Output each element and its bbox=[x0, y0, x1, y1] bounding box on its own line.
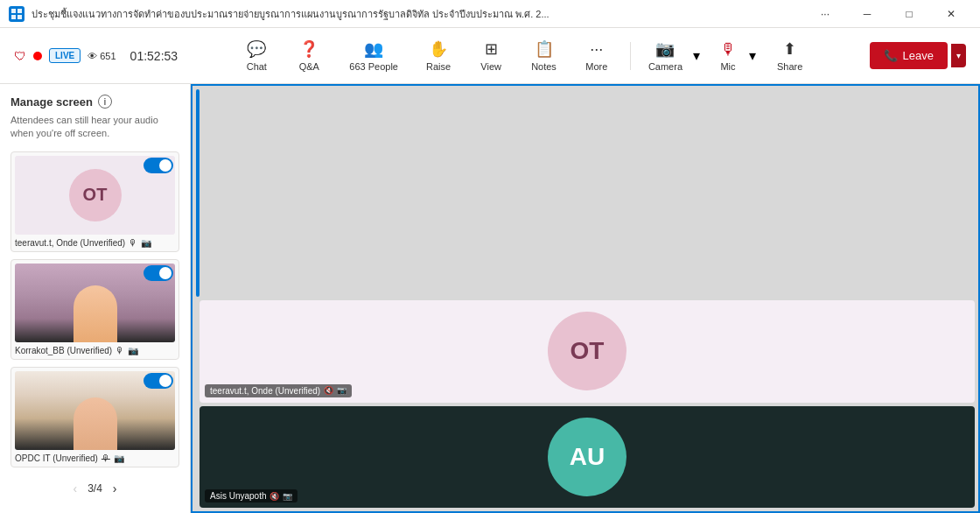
mic-icon-1: 🎙 bbox=[129, 238, 137, 248]
viewer-count: 👁 651 bbox=[88, 51, 116, 61]
next-page-btn[interactable]: › bbox=[113, 481, 117, 495]
manage-screen-title: Manage screen i bbox=[10, 95, 179, 109]
toggle-1[interactable] bbox=[144, 158, 173, 173]
avatar-au-main: AU bbox=[548, 418, 626, 496]
cam-badge-asis: 📷 bbox=[283, 492, 292, 501]
mic-button[interactable]: 🎙 Mic bbox=[710, 35, 746, 77]
minimize-btn[interactable]: ─ bbox=[847, 0, 887, 28]
avatar-ot-1: OT bbox=[69, 169, 122, 221]
video-cell-asis: AU Asis Unyapoth 🔇 📷 bbox=[200, 406, 975, 509]
prev-page-btn[interactable]: ‹ bbox=[73, 481, 77, 495]
camera-arrow[interactable]: ▾ bbox=[690, 42, 704, 69]
more-icon: ··· bbox=[590, 40, 603, 59]
notes-button[interactable]: 📋 Notes bbox=[521, 34, 567, 77]
main-content: Manage screen i Attendees can still hear… bbox=[0, 84, 980, 513]
share-icon: ⬆ bbox=[783, 39, 796, 59]
toggle-knob-1 bbox=[159, 159, 172, 172]
toggle-2[interactable] bbox=[144, 265, 173, 281]
toggle-3[interactable] bbox=[144, 373, 173, 389]
eye-icon: 👁 bbox=[88, 51, 97, 61]
video-name-asis: Asis Unyapoth 🔇 📷 bbox=[205, 489, 298, 502]
mic-arrow[interactable]: ▾ bbox=[746, 42, 760, 69]
toggle-knob-3 bbox=[159, 375, 172, 387]
svg-rect-0 bbox=[11, 9, 16, 13]
toolbar: 🛡 LIVE 👁 651 01:52:53 💬 Chat ❓ Q&A 👥 663… bbox=[0, 28, 980, 84]
thumb-name-1: teeravut.t, Onde (Unverified) 🎙 📷 bbox=[15, 238, 175, 248]
more-button[interactable]: ··· More bbox=[574, 35, 620, 77]
mic-icon-2: 🎙 bbox=[116, 346, 124, 355]
share-button[interactable]: ⬆ Share bbox=[766, 34, 813, 77]
shield-icon: 🛡 bbox=[14, 49, 26, 63]
qa-button[interactable]: ❓ Q&A bbox=[286, 34, 332, 77]
more-options-btn[interactable]: ··· bbox=[805, 0, 845, 28]
phone-icon: 📞 bbox=[884, 49, 898, 62]
chat-button[interactable]: 💬 Chat bbox=[234, 34, 279, 77]
people-icon: 👥 bbox=[364, 39, 383, 59]
thumb-name-2: Korrakot_BB (Unverified) 🎙 📷 bbox=[15, 346, 175, 355]
timer: 01:52:53 bbox=[130, 49, 178, 63]
separator bbox=[630, 42, 631, 70]
video-cell-teeravut: OT teeravut.t, Onde (Unverified) 🔇 📷 bbox=[200, 300, 975, 403]
mic-muted-teeravut: 🔇 bbox=[324, 386, 333, 395]
thumb-name-3: OPDC IT (Unverified) 🎙 📷 bbox=[15, 453, 175, 463]
window-title: ประชุมชี้แจงแนวทางการจัดทำค่าของบประมาณร… bbox=[32, 6, 805, 22]
pagination: ‹ 3/4 › bbox=[10, 474, 179, 502]
camera-icon: 📷 bbox=[655, 39, 675, 59]
cam-icon-2: 📷 bbox=[128, 346, 138, 355]
participant-thumb-1: OT teeravut.t, Onde (Unverified) 🎙 📷 bbox=[10, 151, 179, 252]
video-row-bottom: Korrakot_BB (Unverified) 🔇 📷 OT teeravut… bbox=[196, 300, 975, 508]
people-button[interactable]: 👥 663 People bbox=[339, 34, 409, 77]
view-icon: ⊞ bbox=[485, 39, 498, 59]
leave-arrow-button[interactable]: ▾ bbox=[951, 44, 966, 67]
right-column: OT teeravut.t, Onde (Unverified) 🔇 📷 AU … bbox=[200, 300, 975, 508]
mic-muted-icon-3: 🎙 bbox=[102, 453, 110, 463]
mic-icon: 🎙 bbox=[720, 40, 736, 59]
participant-thumb-3: OPDC IT (Unverified) 🎙 📷 bbox=[10, 367, 179, 467]
window-controls[interactable]: ··· ─ □ ✕ bbox=[805, 0, 971, 28]
info-icon[interactable]: i bbox=[98, 95, 112, 109]
cam-icon-3: 📷 bbox=[114, 453, 124, 463]
toggle-knob-2 bbox=[159, 267, 172, 279]
title-bar: ประชุมชี้แจงแนวทางการจัดทำค่าของบประมาณร… bbox=[0, 0, 980, 28]
participant-thumb-2: Korrakot_BB (Unverified) 🎙 📷 bbox=[10, 259, 179, 360]
chat-icon: 💬 bbox=[247, 39, 266, 59]
notes-icon: 📋 bbox=[535, 39, 554, 59]
camera-control[interactable]: 📷 Camera ▾ bbox=[641, 34, 704, 77]
close-btn[interactable]: ✕ bbox=[931, 0, 971, 28]
view-button[interactable]: ⊞ View bbox=[468, 34, 514, 77]
page-info: 3/4 bbox=[88, 482, 102, 495]
toolbar-left: 🛡 LIVE 👁 651 01:52:53 bbox=[14, 48, 178, 63]
record-dot bbox=[33, 52, 42, 60]
cam-badge-teeravut: 📷 bbox=[337, 386, 346, 395]
toolbar-center: 💬 Chat ❓ Q&A 👥 663 People ✋ Raise ⊞ View… bbox=[181, 34, 865, 77]
video-area: Charin Thiratitayangkul 📷 OPDC IT (Unver… bbox=[191, 84, 980, 513]
qa-icon: ❓ bbox=[299, 39, 318, 59]
manage-screen-desc: Attendees can still hear your audio when… bbox=[10, 114, 179, 141]
svg-rect-2 bbox=[11, 15, 16, 19]
leave-button[interactable]: 📞 Leave bbox=[870, 42, 948, 69]
cam-icon-1: 📷 bbox=[141, 238, 151, 248]
camera-button[interactable]: 📷 Camera bbox=[641, 34, 690, 77]
svg-rect-1 bbox=[18, 9, 22, 13]
live-badge: LIVE bbox=[49, 48, 80, 63]
raise-button[interactable]: ✋ Raise bbox=[416, 34, 461, 77]
avatar-ot-main: OT bbox=[548, 312, 626, 390]
raise-icon: ✋ bbox=[429, 39, 448, 59]
left-panel: Manage screen i Attendees can still hear… bbox=[0, 84, 191, 513]
maximize-btn[interactable]: □ bbox=[889, 0, 929, 28]
mic-control[interactable]: 🎙 Mic ▾ bbox=[710, 35, 760, 77]
video-row-top: Charin Thiratitayangkul 📷 OPDC IT (Unver… bbox=[196, 89, 975, 297]
toolbar-right: 📞 Leave ▾ bbox=[870, 42, 966, 69]
svg-rect-3 bbox=[18, 15, 22, 19]
app-icon bbox=[9, 6, 24, 22]
video-name-teeravut: teeravut.t, Onde (Unverified) 🔇 📷 bbox=[205, 384, 352, 397]
video-cell-charin: Charin Thiratitayangkul 📷 bbox=[196, 89, 200, 297]
mic-muted-asis: 🔇 bbox=[270, 492, 279, 501]
